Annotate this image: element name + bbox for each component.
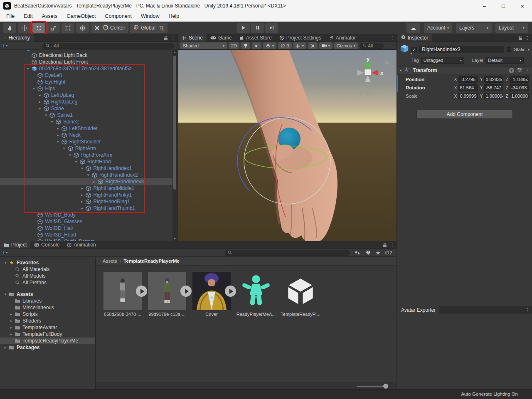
- grid-visibility-dropdown[interactable]: ▾: [293, 42, 306, 49]
- collapse-arrow-icon[interactable]: ▾: [37, 106, 43, 111]
- tag-dropdown[interactable]: Untagged▾: [421, 57, 464, 64]
- expand-arrow-icon[interactable]: ▸: [79, 206, 85, 210]
- tab-hierarchy[interactable]: ≡ Hierarchy: [0, 34, 34, 42]
- hierarchy-item-wolf3d-body[interactable]: Wolf3D_Body: [0, 212, 173, 218]
- audio-toggle[interactable]: [252, 42, 261, 49]
- project-tree-item-libraries[interactable]: Libraries: [0, 298, 95, 304]
- hidden-objects-toggle[interactable]: ∅0: [278, 42, 292, 49]
- expand-arrow-icon[interactable]: ▸: [79, 193, 85, 197]
- hierarchy-item-wolf3d-hair[interactable]: Wolf3D_Hair: [0, 225, 173, 232]
- menu-window[interactable]: Window: [136, 12, 164, 21]
- presets-icon[interactable]: [517, 66, 522, 74]
- lock-icon[interactable]: [383, 241, 387, 249]
- transform-scale-z-field[interactable]: 1.00000: [510, 93, 529, 99]
- project-tree-item-all-models[interactable]: All Models: [0, 273, 95, 279]
- breadcrumb-root[interactable]: Assets: [103, 259, 117, 264]
- hand-tool-button[interactable]: [3, 23, 16, 33]
- object-name-field[interactable]: RightHandIndex3: [419, 46, 504, 53]
- add-component-button[interactable]: Add Component: [416, 110, 513, 119]
- scene-search-input[interactable]: All: [360, 43, 384, 49]
- hierarchy-item-neck[interactable]: ▸Neck: [0, 132, 173, 138]
- search-by-type-button[interactable]: [352, 249, 362, 256]
- hierarchy-scrollbar[interactable]: ▲ ▼: [172, 50, 177, 241]
- collapse-arrow-icon[interactable]: ▾: [61, 146, 67, 150]
- expand-arrow-icon[interactable]: ▸: [8, 332, 14, 336]
- project-tree-item-packages[interactable]: ▸Packages: [0, 344, 95, 351]
- expand-arrow-icon[interactable]: ▸: [79, 186, 85, 190]
- kebab-menu-icon[interactable]: ⋮: [171, 35, 175, 41]
- rect-tool-button[interactable]: [62, 23, 74, 33]
- collapse-arrow-icon[interactable]: ▾: [73, 160, 79, 164]
- expand-arrow-icon[interactable]: ▸: [8, 312, 14, 316]
- transform-tool-button[interactable]: [76, 23, 89, 33]
- project-tree-item-scripts[interactable]: ▸Scripts: [0, 311, 95, 318]
- project-tree-item-templatereadyplayerme[interactable]: TemplateReadyPlayerMe: [0, 337, 95, 344]
- step-button[interactable]: [265, 23, 278, 33]
- collapse-arrow-icon[interactable]: ▾: [2, 261, 8, 265]
- asset-item-templatereadypl-[interactable]: TemplateReadyPl...: [281, 272, 320, 317]
- scene-viewport[interactable]: y x ≡ Iso: [178, 50, 397, 241]
- move-tool-button[interactable]: [18, 23, 31, 33]
- collapse-arrow-icon[interactable]: ▾: [79, 166, 85, 170]
- hierarchy-item-righthandring1[interactable]: ▸RightHandRing1: [0, 198, 173, 205]
- hierarchy-item-wolf3d-glasses[interactable]: Wolf3D_Glasses: [0, 218, 173, 225]
- collapse-arrow-icon[interactable]: ▾: [49, 120, 55, 124]
- transform-scale-x-field[interactable]: 0.999998: [458, 93, 478, 99]
- project-search-input[interactable]: [225, 250, 350, 256]
- project-tree-item-miscellaneous[interactable]: Miscellaneous: [0, 304, 95, 311]
- project-tree-item-favorites[interactable]: ▾★Favorites: [0, 259, 95, 266]
- hierarchy-item-leftshoulder[interactable]: ▸LeftShoulder: [0, 125, 173, 132]
- camera-settings-dropdown[interactable]: ▾: [319, 42, 332, 49]
- lighting-toggle[interactable]: [241, 42, 250, 49]
- tab-console[interactable]: Console: [30, 241, 63, 249]
- menu-file[interactable]: File: [2, 12, 19, 21]
- breadcrumb-current[interactable]: TemplateReadyPlayerMe: [123, 259, 180, 264]
- hierarchy-item-righthandindex2[interactable]: ▾RightHandIndex2: [0, 172, 173, 178]
- hierarchy-item-rightarm[interactable]: ▾RightArm: [0, 145, 173, 152]
- menu-component[interactable]: Component: [100, 12, 136, 21]
- transform-component-header[interactable]: ▾ Transform ? ⋮: [397, 66, 532, 74]
- kebab-menu-icon[interactable]: ⋮: [525, 308, 530, 313]
- transform-rotation-z-field[interactable]: -34.033: [510, 84, 529, 91]
- expand-arrow-icon[interactable]: ▸: [37, 100, 43, 104]
- hierarchy-search-input[interactable]: ▾ All: [42, 43, 174, 49]
- project-tree-item-templateavatar[interactable]: ▸TemplateAvatar: [0, 324, 95, 331]
- favorite-search-button[interactable]: ★: [373, 249, 383, 256]
- hierarchy-item-rightshoulder[interactable]: ▾RightShoulder: [0, 138, 173, 145]
- tab-project[interactable]: Project: [0, 241, 30, 249]
- play-preview-icon[interactable]: [136, 286, 147, 297]
- hierarchy-item-righthandthumb1[interactable]: ▸RightHandThumb1: [0, 205, 173, 212]
- kebab-menu-icon[interactable]: ⋮: [390, 242, 394, 248]
- gizmos-dropdown[interactable]: Gizmos▾: [334, 42, 358, 49]
- hierarchy-item-leftupleg[interactable]: ▸LeftUpLeg: [0, 92, 173, 99]
- minimize-button[interactable]: –: [475, 0, 494, 12]
- play-preview-icon[interactable]: [180, 286, 192, 297]
- create-add-button[interactable]: +▾: [2, 44, 7, 48]
- transform-position-z-field[interactable]: -1.18853: [510, 76, 529, 83]
- scale-tool-button[interactable]: [47, 23, 60, 33]
- collapse-arrow-icon[interactable]: ▾: [31, 86, 37, 91]
- project-tree-item-shaders[interactable]: ▸Shaders: [0, 318, 95, 324]
- tab-asset-store[interactable]: Asset Store: [236, 34, 276, 42]
- asset-item-readyplayermea-[interactable]: ReadyPlayerMeA...: [237, 272, 275, 317]
- tab-avatar-exporter[interactable]: Avatar Exporter: [397, 306, 439, 314]
- expand-arrow-icon[interactable]: ▸: [37, 93, 43, 97]
- expand-arrow-icon[interactable]: ▸: [79, 200, 85, 204]
- tab-animation[interactable]: Animation: [63, 241, 99, 249]
- search-by-label-button[interactable]: [362, 249, 373, 256]
- collapse-arrow-icon[interactable]: ▾: [85, 173, 91, 177]
- hierarchy-item-hips[interactable]: ▾Hips: [0, 85, 173, 92]
- hierarchy-item-spine1[interactable]: ▾Spine1: [0, 112, 173, 118]
- static-dropdown-icon[interactable]: ▾: [528, 48, 530, 52]
- menu-gameobject[interactable]: GameObject: [62, 12, 100, 21]
- close-button[interactable]: ×: [513, 0, 532, 12]
- project-tree-item-assets[interactable]: ▾Assets: [0, 291, 95, 298]
- lock-icon[interactable]: [518, 34, 522, 42]
- collapse-arrow-icon[interactable]: ▾: [2, 292, 8, 296]
- play-preview-icon[interactable]: [225, 286, 236, 297]
- hierarchy-item-050d268b-3470-417d-a624-381ed0fa6f5a[interactable]: ▾050d268b-3470-417d-a624-381ed0fa6f5a: [0, 65, 173, 72]
- expand-arrow-icon[interactable]: ▸: [2, 345, 8, 350]
- collapse-arrow-icon[interactable]: ▾: [19, 50, 25, 51]
- project-tree-item-all-prefabs[interactable]: All Prefabs: [0, 279, 95, 286]
- pivot-mode-button[interactable]: Center: [100, 23, 128, 33]
